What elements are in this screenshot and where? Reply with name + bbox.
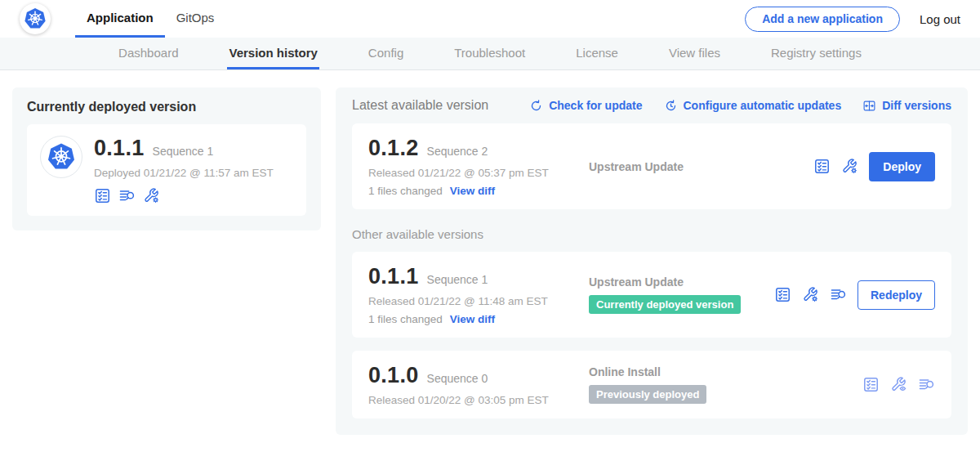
view-diff-link[interactable]: View diff [450, 185, 495, 197]
tab-license[interactable]: License [574, 38, 620, 69]
files-changed-label: 1 files changed [368, 313, 443, 325]
release-notes-icon[interactable] [862, 376, 880, 393]
version-row-0-1-0: 0.1.0 Sequence 0 Released 01/20/22 @ 03:… [352, 351, 951, 418]
tab-dashboard[interactable]: Dashboard [117, 38, 180, 69]
diff-versions-link[interactable]: Diff versions [862, 99, 951, 113]
nav-tab-application[interactable]: Application [75, 0, 165, 38]
release-notes-icon[interactable] [94, 187, 111, 204]
kubernetes-logo-icon [46, 141, 77, 172]
tab-registry-settings[interactable]: Registry settings [769, 38, 863, 69]
release-notes-icon[interactable] [774, 286, 791, 303]
nav-tab-gitops[interactable]: GitOps [165, 0, 226, 38]
configure-automatic-updates-label: Configure automatic updates [684, 99, 842, 112]
version-source-label: Upstream Update [589, 160, 813, 173]
currently-deployed-card: Currently deployed version 0.1.1 Sequenc… [12, 87, 321, 230]
app-logo-avatar [20, 3, 51, 34]
check-for-update-link[interactable]: Check for update [529, 99, 642, 113]
previously-deployed-badge: Previously deployed [589, 385, 706, 404]
released-timestamp: Released 01/21/22 @ 05:37 pm EST [368, 167, 574, 179]
kots-admin-console: Application GitOps Add a new application… [0, 0, 980, 461]
top-nav-right: Add a new application Log out [745, 0, 960, 38]
latest-available-title: Latest available version [352, 98, 488, 113]
view-config-icon[interactable] [890, 376, 907, 393]
main-content: Currently deployed version 0.1.1 Sequenc… [0, 70, 980, 452]
deployed-version-number: 0.1.1 [94, 136, 145, 161]
currently-deployed-version-row: 0.1.1 Sequence 1 Deployed 01/21/22 @ 11:… [27, 124, 306, 216]
check-for-update-label: Check for update [549, 99, 642, 112]
edit-config-icon[interactable] [143, 187, 160, 204]
version-row-0-1-2: 0.1.2 Sequence 2 Released 01/21/22 @ 05:… [352, 123, 951, 209]
sequence-label: Sequence 2 [427, 145, 488, 158]
currently-deployed-badge: Currently deployed version [589, 295, 741, 314]
nav-tab-application-label: Application [87, 11, 154, 25]
configure-automatic-updates-link[interactable]: Configure automatic updates [664, 99, 842, 113]
other-available-versions-title: Other available versions [352, 227, 951, 241]
released-timestamp: Released 01/21/22 @ 11:48 am EST [368, 295, 574, 307]
app-version-avatar [40, 136, 82, 178]
deploy-button[interactable]: Deploy [869, 152, 935, 181]
auto-update-icon [664, 99, 678, 113]
version-source-label: Upstream Update [589, 275, 774, 289]
view-diff-link[interactable]: View diff [450, 313, 495, 325]
tab-troubleshoot[interactable]: Troubleshoot [452, 38, 527, 69]
view-logs-icon[interactable] [118, 187, 136, 204]
view-logs-icon[interactable] [830, 286, 847, 303]
sequence-label: Sequence 0 [427, 372, 488, 385]
currently-deployed-title: Currently deployed version [27, 100, 306, 114]
kubernetes-logo-icon [23, 7, 47, 31]
edit-config-icon[interactable] [841, 158, 858, 175]
logout-link[interactable]: Log out [920, 12, 960, 26]
version-number: 0.1.0 [368, 363, 419, 388]
refresh-icon [529, 99, 543, 113]
tab-config[interactable]: Config [367, 38, 405, 69]
redeploy-button[interactable]: Redeploy [858, 280, 935, 310]
edit-config-icon[interactable] [802, 286, 819, 303]
available-versions-panel: Latest available version Check for updat… [336, 87, 968, 435]
sequence-label: Sequence 1 [427, 273, 488, 286]
version-source-label: Online Install [589, 365, 862, 378]
files-changed-label: 1 files changed [368, 185, 443, 197]
version-number: 0.1.1 [368, 264, 419, 289]
deployed-timestamp: Deployed 01/21/22 @ 11:57 am EST [94, 167, 274, 179]
top-nav: Application GitOps Add a new application… [0, 0, 980, 38]
diff-versions-label: Diff versions [882, 99, 951, 112]
app-subnav: Dashboard Version history Config Trouble… [0, 38, 980, 70]
deployed-sequence-label: Sequence 1 [153, 145, 214, 158]
version-number: 0.1.2 [368, 136, 419, 161]
nav-tab-gitops-label: GitOps [176, 11, 215, 25]
released-timestamp: Released 01/20/22 @ 03:05 pm EST [368, 394, 574, 406]
version-row-0-1-1: 0.1.1 Sequence 1 Released 01/21/22 @ 11:… [352, 252, 951, 338]
release-notes-icon[interactable] [813, 158, 831, 175]
tab-view-files[interactable]: View files [667, 38, 722, 69]
tab-version-history[interactable]: Version history [227, 38, 318, 69]
add-new-application-button[interactable]: Add a new application [745, 7, 900, 32]
diff-icon [862, 99, 876, 113]
view-logs-icon[interactable] [918, 376, 935, 393]
